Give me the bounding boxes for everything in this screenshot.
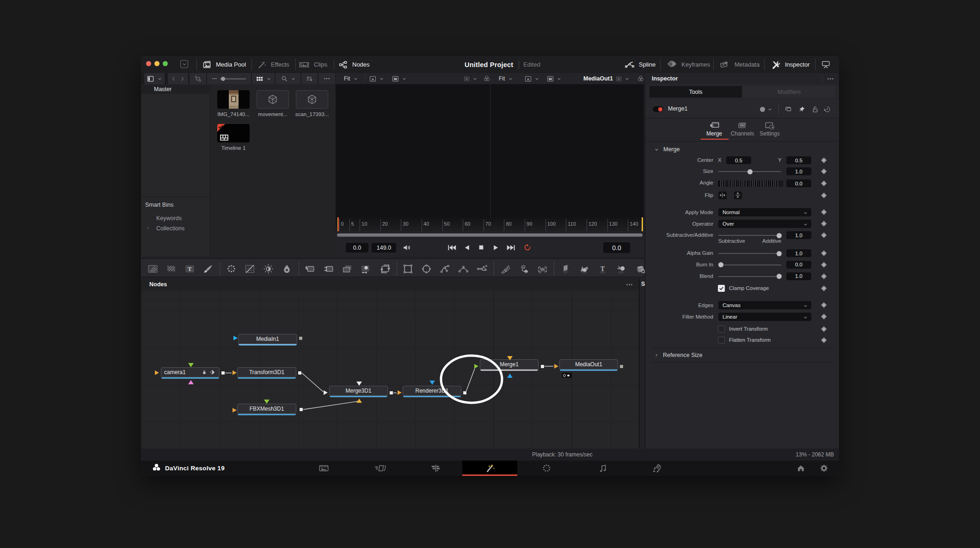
background-tool-button[interactable] [146,262,159,275]
blend-slider[interactable] [718,276,781,277]
smart-bin-keywords[interactable]: Keywords [156,215,182,222]
edges-dropdown[interactable]: Canvas [718,301,811,309]
alpha-gain-field[interactable]: 1.0 [786,249,811,257]
chevron-down-icon[interactable] [767,107,772,112]
graph-node-mediain1[interactable]: MediaIn1 [238,334,297,344]
slider-knob[interactable] [777,233,782,238]
burn-in-slider[interactable] [718,265,781,265]
merge3d-tool-button[interactable] [614,262,627,275]
graph-node-transform3d1[interactable]: Transform3D1 [237,367,296,377]
angle-field[interactable]: 0.0 [786,179,811,187]
spline-toggle[interactable]: Spline [625,56,655,73]
page-tab-fusion-icon[interactable] [479,462,501,474]
rectangle-mask-button[interactable] [401,262,414,275]
channels-subtab-icon[interactable] [737,121,748,130]
inspector-options-button[interactable] [827,73,834,84]
thumbnail-size-control[interactable] [207,73,251,84]
node-input-triangle[interactable] [233,336,238,340]
nodes-options-button[interactable] [625,278,633,290]
colorcurves-tool-button[interactable] [243,262,256,275]
minimize-traffic-light[interactable] [154,61,159,66]
node-output-square[interactable] [299,336,303,340]
blur-tool-button[interactable] [280,262,293,275]
keyframe-diamond[interactable] [821,209,827,215]
flatten-transform-checkbox[interactable] [718,337,725,344]
node-input-triangle[interactable] [507,356,513,360]
smart-bin-collections[interactable]: Collections [156,225,184,232]
bin-sidebar-toggle[interactable] [144,73,165,84]
burn-in-field[interactable]: 0.0 [786,261,811,269]
angle-dial[interactable] [718,180,783,187]
keyframe-diamond[interactable] [821,285,827,291]
page-tab-color[interactable] [536,462,557,474]
size-slider[interactable] [718,171,781,172]
loop-button[interactable] [522,242,533,252]
home-button[interactable] [790,462,811,474]
imageplane3d-tool-button[interactable] [559,262,572,275]
clamp-coverage-checkbox[interactable] [718,285,725,292]
graph-node-merge1[interactable]: Merge1 [480,359,539,369]
ellipse-mask-button[interactable] [420,262,433,275]
media-item-timeline[interactable] [217,124,250,142]
right-viewer-source[interactable]: MediaOut1 [583,73,613,84]
play-button[interactable] [490,242,501,252]
camera3d-tool-button[interactable] [633,262,646,275]
blend-field[interactable]: 1.0 [786,272,811,280]
node-input-triangle[interactable] [188,363,194,367]
left-viewer-ab-buffer[interactable] [369,73,384,84]
slider-knob[interactable] [718,262,723,267]
graph-node-fbxmesh3d1[interactable]: FBXMesh3D1 [237,404,296,414]
graph-node-merge3d1[interactable]: Merge3D1 [329,386,388,396]
pemitter-tool-button[interactable] [499,262,512,275]
node-input-triangle[interactable] [233,408,237,413]
slider-knob[interactable] [777,274,782,279]
bspline-mask-button[interactable] [457,262,470,275]
graph-node-camera1[interactable]: camera1 [161,367,220,377]
right-viewer-zoom[interactable]: Fit [499,73,513,84]
keyframe-diamond[interactable] [821,180,827,186]
right-viewer-roi[interactable] [615,73,630,84]
node-input-triangle[interactable] [233,370,237,375]
keyframe-diamond[interactable] [821,302,827,308]
keyframe-diamond[interactable] [821,192,827,198]
settings-button[interactable] [813,462,834,474]
range-end-field[interactable]: 149.0 [372,243,396,252]
render-range-start-marker[interactable] [337,217,339,231]
inspector-toggle[interactable]: Inspector [771,56,809,73]
go-to-end-button[interactable] [504,242,517,252]
keyframe-diamond[interactable] [821,168,827,174]
more-options-button[interactable] [318,73,335,84]
prender-tool-button[interactable] [536,262,549,275]
page-tab-deliver[interactable] [647,462,668,474]
node-wire[interactable] [302,373,323,392]
subtab-merge[interactable]: Merge [700,130,728,137]
node-color-swatch[interactable] [760,107,765,112]
polygon-mask-button[interactable] [438,262,451,275]
panels-toggle[interactable] [821,56,831,73]
paint-tool-button[interactable] [202,262,214,275]
zoom-traffic-light[interactable] [163,61,168,66]
keyframe-diamond[interactable] [821,314,827,319]
render-range-end-marker[interactable] [642,217,643,231]
left-viewer-zoom[interactable]: Fit [344,73,358,84]
keyframe-diamond[interactable] [821,262,827,267]
subadd-slider[interactable] [718,235,781,236]
page-tab-fairlight[interactable] [592,462,613,474]
node-input-triangle[interactable] [356,382,362,386]
page-tab-media[interactable] [313,462,334,474]
settings-subtab-icon[interactable] [764,121,776,130]
colorcorrector-tool-button[interactable] [225,262,238,275]
center-x-field[interactable]: 0.5 [726,156,751,164]
pmove-tool-button[interactable] [517,262,530,275]
time-ruler[interactable]: 05102030405060708090100110120130140 [336,217,644,231]
graph-node-mediaout1[interactable]: MediaOut1 [559,359,618,369]
left-viewer-lut[interactable] [483,73,490,84]
current-frame-field[interactable]: 0.0 [603,242,630,253]
keyframe-diamond[interactable] [821,250,827,256]
keyframes-toggle[interactable]: Keyframes [666,56,710,73]
tab-modifiers[interactable]: Modifiers [743,86,835,98]
quick-export-button[interactable] [180,60,188,68]
media-item-model3d[interactable] [296,90,328,109]
keyframe-diamond[interactable] [821,232,827,238]
node-wire[interactable] [303,401,357,410]
